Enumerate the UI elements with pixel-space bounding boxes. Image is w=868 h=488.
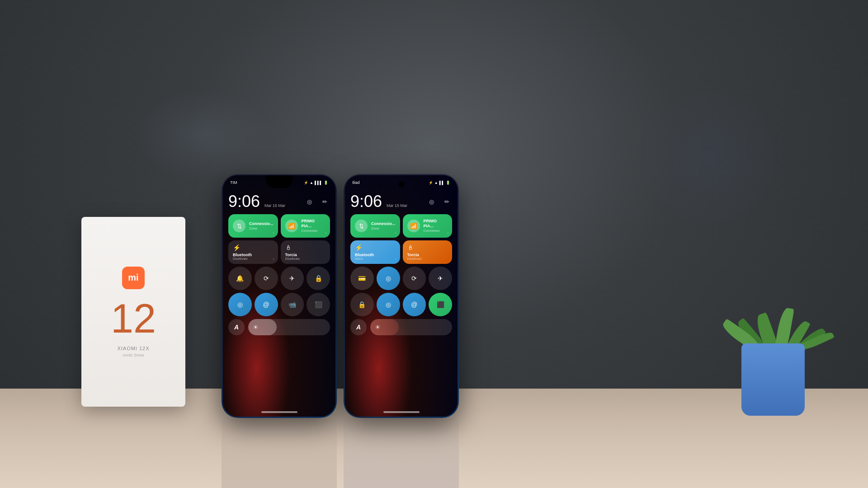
clock-time-right: 9:06 [350,193,382,210]
status-bar-right: Iliad ⚡ ▲ ▌▌ 🔋 [345,175,458,190]
icon-grid-row1-right: 💳 ◎ ⟳ ✈ [350,267,452,290]
brightness-slider-right[interactable]: ☀ [370,319,452,335]
icon-grid-row1-left: 🔔 ⟳ ✈ 🔒 [228,267,330,290]
phone-right-frame: Iliad ⚡ ▲ ▌▌ 🔋 9:06 Mar 15 Mar [344,174,459,418]
phone-left-screen: TIM ⚡ ▲ ▌▌▌ 🔋 9:06 Mar 15 Mar [223,175,335,417]
bluetooth-status-right: Attivo [355,257,363,260]
home-indicator-right[interactable] [383,411,420,413]
tile-text-right: Connessio... Zone [371,221,396,230]
icon-btn-rotate-right[interactable]: ⟳ [403,267,426,290]
control-center-left: 9:06 Mar 15 Mar ◎ ✏ ⇅ Connessio... Zone [223,190,335,343]
icon-btn-at-right[interactable]: @ [403,293,426,316]
bg-glow-left [136,90,271,181]
tile-bluetooth-right[interactable]: ⚡ Bluetooth Attivo › [350,240,400,264]
phone-reflection-left [222,418,337,488]
clock-group-left: 9:06 Mar 15 Mar [228,193,285,210]
torch-label-right: Torcia [407,253,419,257]
icon-btn-airplane[interactable]: ✈ [281,267,304,290]
signal-status-icon: ▌▌▌ [315,181,322,185]
tile-text: PRIMO PIA... Connesso [302,219,326,233]
tiles-row2-left: ⚡ Bluetooth Disattivato › 🕯 Torcia Disat… [228,240,330,264]
clock-date-left: Mar 15 Mar [264,203,285,208]
tile-torch-right[interactable]: 🕯 Torcia Disattivato [403,240,453,264]
clock-actions-right: ◎ ✏ [426,196,452,207]
wifi-status-icon: ▲ [310,181,313,185]
icon-btn-at[interactable]: @ [255,293,278,316]
icon-btn-screen-rotate[interactable]: ⟳ [255,267,278,290]
edit-icon[interactable]: ✏ [319,196,330,207]
bluetooth-label: Bluetooth [233,253,252,257]
bluetooth-on-icon: ⚡ [429,181,433,185]
plant-leaves [728,244,818,357]
bluetooth-icon: ⚡ [233,244,241,251]
icon-btn-mirror[interactable]: ⬛ [307,293,330,316]
icon-btn-location[interactable]: ◎ [228,293,252,316]
torch-icon: 🕯 [285,244,292,251]
icon-btn-mirror-right[interactable]: ⬛ [429,293,452,316]
tile-arrow-bt-right: › [395,257,396,261]
alarm-icon[interactable]: ◎ [304,196,315,207]
tile-connection-left[interactable]: ⇅ Connessio... Zone › [228,214,278,238]
phone-reflection-right [344,418,459,488]
home-indicator-left[interactable] [261,411,297,413]
edit-icon-right[interactable]: ✏ [441,196,452,207]
brightness-slider-left[interactable]: ☀ [248,319,330,335]
control-center-right: 9:06 Mar 15 Mar ◎ ✏ ⇅ Connessio... Zone [345,190,458,343]
wifi-icon-status: ▌▌ [439,181,444,185]
tile-subtitle-wifi-right: Connesso [424,229,448,233]
tile-title: PRIMO PIA... [302,219,326,229]
connection-icon-right: ⇅ [355,220,368,232]
brightness-row-right: A ☀ [350,319,452,335]
torch-status-right: Disattivato [407,257,422,260]
battery-status-icon: 🔋 [324,181,328,185]
phone-right: Iliad ⚡ ▲ ▌▌ 🔋 9:06 Mar 15 Mar [344,174,459,418]
tile-arrow-wifi-right: › [447,231,448,235]
brightness-icon-right: ☀ [375,324,381,331]
plant [732,258,814,416]
tile-torch-left[interactable]: 🕯 Torcia Disattivato [281,240,330,264]
tiles-row1-left: ⇅ Connessio... Zone › 📶 PRIMO PIA... Con… [228,214,330,238]
tile-title-right: Connessio... [371,221,396,226]
icon-btn-airplane-right[interactable]: ✈ [429,267,452,290]
tile-wifi-left[interactable]: 📶 PRIMO PIA... Connesso › [281,214,330,238]
tile-subtitle: Connesso [302,229,326,233]
tile-arrow: › [325,231,326,235]
torch-status: Disattivato [285,257,300,260]
mi-logo: mi [122,267,145,289]
icon-btn-location-right[interactable]: ◎ [377,267,400,290]
icon-btn-card-right[interactable]: 💳 [350,267,374,290]
tile-title: Connessio... [249,221,274,226]
icon-btn-nav-right[interactable]: ◎ [377,293,400,316]
tile-connection-right[interactable]: ⇅ Connessio... Zone › [350,214,400,238]
torch-icon-right: 🕯 [407,244,414,251]
clock-date-right: Mar 15 Mar [387,203,407,208]
tiles-row1-right: ⇅ Connessio... Zone › 📶 PRIMO PIA... Con… [350,214,452,238]
tile-bluetooth-left[interactable]: ⚡ Bluetooth Disattivato › [228,240,278,264]
torch-label: Torcia [285,253,297,257]
plant-pot [741,343,805,416]
icon-btn-lock[interactable]: 🔒 [307,267,330,290]
box-number: 12 [111,298,156,339]
icon-btn-camera[interactable]: 📹 [281,293,304,316]
connection-icon: ⇅ [233,220,245,232]
phone-right-screen: Iliad ⚡ ▲ ▌▌ 🔋 9:06 Mar 15 Mar [345,175,458,417]
tile-subtitle-right: Zone [371,226,396,231]
icon-btn-lock-right[interactable]: 🔒 [350,293,374,316]
carrier-right: Iliad [352,180,360,185]
brightness-row-left: A ☀ [228,319,330,335]
status-icons-left: ⚡ ▲ ▌▌▌ 🔋 [304,181,328,185]
tile-subtitle: Zone [249,226,274,231]
alarm-icon-right[interactable]: ◎ [426,196,437,207]
tile-wifi-right[interactable]: 📶 PRIMO PIA... Connesso › [403,214,452,238]
auto-brightness-btn[interactable]: A [228,319,245,335]
tile-arrow-right: › [395,231,396,235]
clock-group-right: 9:06 Mar 15 Mar [350,193,407,210]
clock-time-left: 9:06 [228,193,260,210]
icon-btn-bell[interactable]: 🔔 [228,267,252,290]
phone-left: TIM ⚡ ▲ ▌▌▌ 🔋 9:06 Mar 15 Mar [222,174,337,418]
status-bar-left: TIM ⚡ ▲ ▌▌▌ 🔋 [223,175,335,190]
bluetooth-status-icon: ⚡ [304,181,308,185]
auto-brightness-btn-right[interactable]: A [350,319,367,335]
brightness-icon: ☀ [253,324,259,331]
tile-text-wifi-right: PRIMO PIA... Connesso [424,219,448,233]
